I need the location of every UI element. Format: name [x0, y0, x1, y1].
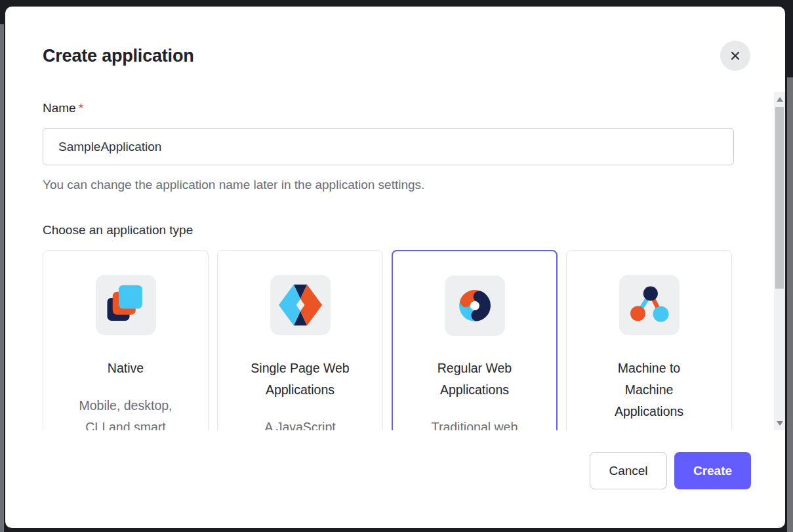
close-icon [729, 49, 742, 62]
name-helper-text: You can change the application name late… [43, 178, 424, 192]
card-description: A JavaScript [264, 417, 335, 430]
machine-to-machine-nodes-icon [619, 275, 680, 335]
card-description: Traditional web [432, 417, 518, 430]
card-title: Native [108, 358, 144, 379]
modal-scrollbar-thumb[interactable] [775, 107, 784, 289]
card-single-page-web[interactable]: Single Page Web Applications A JavaScrip… [217, 250, 383, 430]
card-title: Machine to Machine Applications [615, 358, 683, 422]
required-asterisk: * [79, 101, 83, 115]
card-machine-to-machine[interactable]: Machine to Machine Applications [566, 250, 732, 430]
card-title: Single Page Web Applications [251, 358, 349, 401]
application-type-label: Choose an application type [43, 223, 193, 237]
background-page-scrollbar-left [0, 24, 4, 532]
modal-title: Create application [43, 46, 193, 66]
application-name-input[interactable] [43, 128, 734, 165]
regular-web-donut-icon [445, 276, 505, 336]
scrollbar-up-button[interactable] [774, 93, 785, 105]
native-stacked-squares-icon [96, 275, 156, 335]
chevron-up-icon [777, 97, 783, 102]
create-button[interactable]: Create [674, 452, 751, 489]
scrollbar-down-button[interactable] [774, 417, 785, 429]
card-title: Regular Web Applications [437, 358, 512, 401]
card-description: Mobile, desktop, CLI and smart [79, 395, 173, 430]
card-regular-web[interactable]: Regular Web Applications Traditional web [392, 250, 558, 430]
application-type-cards: Native Mobile, desktop, CLI and smart [43, 250, 732, 430]
cancel-button[interactable]: Cancel [590, 452, 667, 489]
name-label: Name* [43, 101, 83, 115]
card-native[interactable]: Native Mobile, desktop, CLI and smart [43, 250, 209, 430]
spa-diamond-icon [270, 275, 331, 335]
background-page-scrollbar-right [787, 77, 793, 532]
create-application-modal: Create application Name* You can change … [5, 7, 785, 528]
chevron-down-icon [777, 421, 783, 426]
close-button[interactable] [720, 41, 750, 71]
modal-scroll-body: Name* You can change the application nam… [5, 92, 785, 430]
dimmed-page-overlay: Create application Name* You can change … [0, 0, 793, 532]
